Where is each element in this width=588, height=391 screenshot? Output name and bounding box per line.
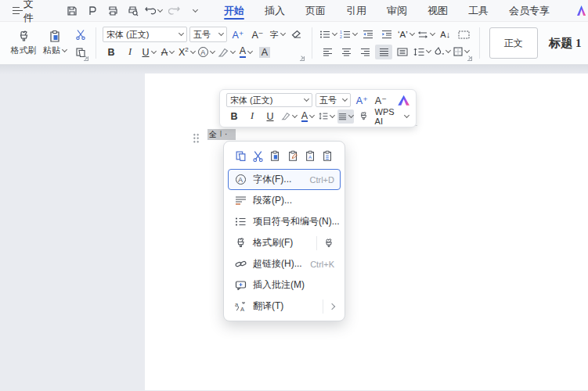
redo-button[interactable]: [165, 3, 182, 19]
text-direction-button[interactable]: [417, 27, 435, 42]
menu-item-format-painter[interactable]: 格式刷(F): [228, 232, 341, 253]
chevron-down-icon: [446, 48, 451, 53]
bullets-button[interactable]: [319, 27, 337, 42]
italic-button[interactable]: I: [121, 45, 139, 59]
font-size-select[interactable]: 五号: [189, 27, 227, 42]
increase-indent-button[interactable]: [378, 27, 395, 42]
format-painter-options-button[interactable]: [316, 236, 334, 250]
print-button[interactable]: [104, 3, 121, 19]
ctx-paste-format-button[interactable]: [320, 149, 336, 163]
tab-tools[interactable]: 工具: [458, 0, 499, 21]
menu-item-paragraph[interactable]: 段落(P)...: [228, 190, 341, 211]
change-case-button[interactable]: ʻAʼ: [397, 27, 415, 42]
style-normal[interactable]: 正文: [489, 27, 538, 59]
ctx-paste-special-button[interactable]: [285, 149, 301, 163]
mini-line-spacing-button[interactable]: [318, 109, 335, 124]
mini-bold-button[interactable]: B: [226, 109, 242, 124]
align-right-button[interactable]: [356, 45, 373, 59]
shrink-font-button[interactable]: A⁻: [249, 27, 266, 42]
bold-button[interactable]: B: [103, 45, 120, 59]
paste-icon: [269, 150, 281, 162]
align-left-button[interactable]: [319, 45, 336, 59]
mini-format-painter-button[interactable]: [356, 109, 372, 124]
ctx-cut-button[interactable]: [250, 149, 265, 163]
print-preview-icon: [128, 5, 139, 16]
wps-ai-logo-icon: [577, 5, 586, 16]
distribute-button[interactable]: [394, 45, 411, 59]
undo-button[interactable]: [145, 3, 162, 19]
translate-submenu-arrow[interactable]: [323, 300, 334, 314]
highlight-button[interactable]: [217, 45, 236, 59]
phonetic-guide-button[interactable]: 字: [269, 27, 286, 42]
paste-dropdown-icon: [62, 46, 67, 52]
tab-insert[interactable]: 插入: [254, 0, 295, 21]
context-menu: A A 字体(F)... Ctrl+D 段落(P)... 项目符号和编号(N).…: [223, 141, 345, 321]
decrease-indent-icon: [363, 30, 373, 39]
menu-item-bullets-numbering[interactable]: 项目符号和编号(N)...: [228, 211, 341, 232]
wps-ai-logo-icon[interactable]: [398, 95, 409, 106]
ctx-copy-button[interactable]: [233, 149, 248, 163]
font-dialog-launcher-icon[interactable]: [300, 56, 305, 61]
mini-shrink-font-button[interactable]: A⁻: [373, 93, 388, 107]
wps-ai-button[interactable]: WPS AI: [572, 0, 588, 23]
mini-justify-button[interactable]: [337, 109, 354, 124]
mini-grow-font-button[interactable]: A⁺: [354, 93, 370, 107]
tab-page[interactable]: 页面: [295, 0, 336, 21]
file-menu-button[interactable]: 文件: [6, 0, 43, 25]
menu-item-font[interactable]: A 字体(F)... Ctrl+D: [228, 169, 341, 190]
paste-button[interactable]: 粘贴: [39, 30, 70, 56]
save-button[interactable]: [63, 3, 81, 19]
text-effects-button[interactable]: A: [197, 45, 215, 59]
chevron-down-icon: [352, 30, 358, 36]
font-name-select[interactable]: 宋体 (正文): [103, 27, 187, 42]
menu-item-hyperlink[interactable]: 超链接(H)... Ctrl+K: [228, 253, 341, 274]
sort-button[interactable]: A↓: [437, 27, 454, 42]
mini-font-name-select[interactable]: 宋体 (正文): [226, 93, 312, 107]
more-commands-button[interactable]: [186, 3, 203, 19]
clipboard-dialog-launcher-icon[interactable]: [84, 56, 88, 61]
format-painter-icon: [235, 237, 247, 249]
mini-italic-button[interactable]: I: [244, 109, 260, 124]
grow-font-button[interactable]: A⁺: [229, 27, 247, 42]
menu-item-insert-comment[interactable]: 插入批注(M): [228, 274, 341, 296]
mini-font-color-button[interactable]: A: [300, 109, 316, 124]
tab-view[interactable]: 视图: [417, 0, 458, 21]
decrease-indent-button[interactable]: [359, 27, 377, 42]
align-center-button[interactable]: [337, 45, 355, 59]
chevron-down-icon: [190, 48, 196, 53]
char-shading-button[interactable]: A: [256, 45, 273, 59]
paragraph-dialog-launcher-icon[interactable]: [467, 56, 472, 61]
paragraph-drag-handle-icon[interactable]: [193, 133, 200, 143]
tab-references[interactable]: 引用: [336, 0, 377, 21]
export-pdf-button[interactable]: [84, 3, 101, 19]
numbering-button[interactable]: 12: [339, 27, 358, 42]
tab-home[interactable]: 开始: [214, 0, 254, 21]
mini-underline-button[interactable]: U: [262, 109, 278, 124]
shading-button[interactable]: [433, 45, 451, 59]
line-spacing-icon: [413, 48, 424, 56]
file-menu-label: 文件: [23, 0, 37, 25]
underline-button[interactable]: U: [140, 45, 157, 59]
selected-text[interactable]: 全㆐·: [207, 129, 236, 140]
menu-item-translate[interactable]: aA 翻译(T): [228, 296, 341, 317]
formatting-marks-button[interactable]: [456, 27, 473, 42]
print-preview-button[interactable]: [124, 3, 142, 19]
ctx-paste-text-only-button[interactable]: A: [303, 149, 319, 163]
justify-button[interactable]: [375, 45, 392, 59]
mini-font-size-select[interactable]: 五号: [316, 93, 351, 107]
superscript-button[interactable]: X2: [178, 45, 196, 59]
format-painter-button[interactable]: 格式刷: [8, 30, 39, 56]
ctx-paste-button[interactable]: [268, 149, 283, 163]
format-painter-icon: [359, 111, 369, 121]
tab-review[interactable]: 审阅: [377, 0, 417, 21]
line-spacing-button[interactable]: [413, 45, 431, 59]
font-color-button[interactable]: A: [237, 45, 254, 59]
mini-wps-ai-button[interactable]: WPS AI: [374, 109, 409, 124]
cut-button[interactable]: [72, 27, 89, 41]
style-heading1[interactable]: 标题 1: [541, 27, 583, 59]
mini-highlight-button[interactable]: [280, 109, 298, 124]
translate-icon: aA: [235, 301, 247, 312]
clear-formatting-button[interactable]: [288, 27, 305, 42]
strikethrough-button[interactable]: A: [159, 45, 176, 59]
tab-membership[interactable]: 会员专享: [499, 0, 560, 21]
